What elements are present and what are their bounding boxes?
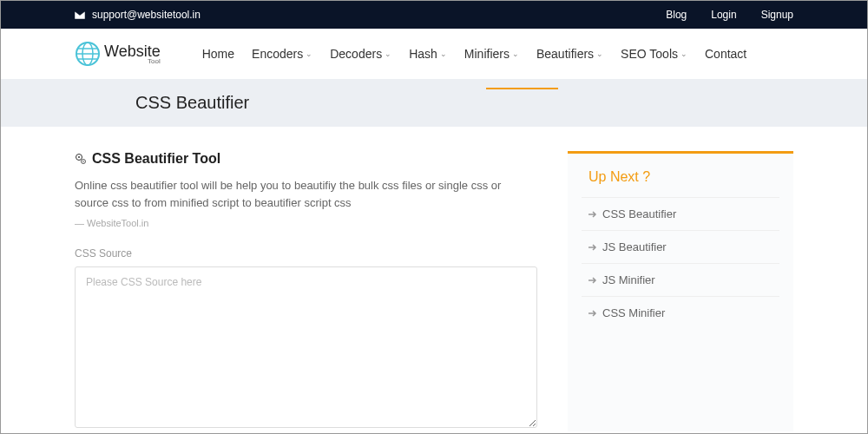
chevron-down-icon: ⌄: [512, 49, 519, 58]
sidebar-item-label: CSS Beautifier: [602, 207, 676, 220]
svg-point-6: [78, 156, 80, 158]
topbar-links: Blog Login Signup: [666, 9, 793, 21]
css-source-input[interactable]: [75, 266, 537, 428]
nav-contact[interactable]: Contact: [705, 43, 746, 64]
svg-point-8: [82, 161, 83, 161]
logo-main-text: Website: [104, 43, 161, 59]
nav-seo-tools[interactable]: SEO Tools⌄: [621, 43, 687, 64]
sidebar-item-label: CSS Minifier: [602, 306, 665, 319]
section-heading: CSS Beautifier Tool: [75, 151, 537, 167]
signup-link[interactable]: Signup: [761, 9, 793, 21]
arrow-right-icon: [589, 276, 597, 285]
sidebar-item-js-minifier[interactable]: JS Minifier: [582, 263, 779, 296]
main-nav: Home Encoders⌄ Decoders⌄ Hash⌄ Minifiers…: [202, 43, 747, 64]
description: Online css beautifier tool will be help …: [75, 177, 537, 211]
sidebar-list: CSS Beautifier JS Beautifier JS Minifier…: [582, 197, 779, 329]
chevron-down-icon: ⌄: [306, 49, 312, 58]
logo-sub-text: Tool: [104, 58, 161, 65]
sidebar-item-css-beautifier[interactable]: CSS Beautifier: [582, 197, 779, 230]
nav-beautifiers[interactable]: Beautifiers⌄: [536, 43, 603, 64]
arrow-right-icon: [589, 243, 597, 252]
chevron-down-icon: ⌄: [385, 49, 391, 58]
content-area: CSS Beautifier Tool Online css beautifie…: [75, 151, 537, 431]
nav-decoders[interactable]: Decoders⌄: [330, 43, 391, 64]
topbar-email[interactable]: support@websitetool.in: [75, 9, 201, 21]
attribution: — WebsiteTool.in: [75, 218, 537, 228]
breadcrumb-bar: CSS Beautifier: [1, 79, 867, 127]
topbar: support@websitetool.in Blog Login Signup: [1, 1, 867, 29]
nav-home[interactable]: Home: [202, 43, 234, 64]
css-source-label: CSS Source: [75, 247, 537, 260]
sidebar-item-label: JS Beautifier: [602, 240, 667, 253]
email-text: support@websitetool.in: [92, 9, 201, 21]
nav-active-underline: [486, 88, 558, 89]
sidebar-item-js-beautifier[interactable]: JS Beautifier: [582, 230, 779, 263]
globe-icon: [75, 41, 101, 67]
main-content: CSS Beautifier Tool Online css beautifie…: [1, 127, 867, 431]
nav-encoders[interactable]: Encoders⌄: [252, 43, 312, 64]
chevron-down-icon: ⌄: [681, 49, 687, 58]
nav-hash[interactable]: Hash⌄: [409, 43, 447, 64]
sidebar-item-css-minifier[interactable]: CSS Minifier: [582, 296, 779, 329]
envelope-icon: [75, 11, 85, 19]
blog-link[interactable]: Blog: [666, 9, 687, 21]
gears-icon: [75, 153, 87, 165]
header: Website Tool Home Encoders⌄ Decoders⌄ Ha…: [1, 29, 867, 79]
sidebar: Up Next ? CSS Beautifier JS Beautifier J…: [568, 151, 793, 431]
sidebar-title: Up Next ?: [582, 169, 779, 197]
login-link[interactable]: Login: [711, 9, 736, 21]
nav-minifiers[interactable]: Minifiers⌄: [464, 43, 519, 64]
chevron-down-icon: ⌄: [596, 49, 603, 58]
heading-text: CSS Beautifier Tool: [92, 151, 220, 167]
logo[interactable]: Website Tool: [75, 41, 161, 67]
chevron-down-icon: ⌄: [440, 49, 447, 58]
page-title: CSS Beautifier: [135, 93, 733, 113]
arrow-right-icon: [589, 309, 597, 318]
arrow-right-icon: [589, 210, 597, 219]
sidebar-item-label: JS Minifier: [602, 273, 655, 286]
